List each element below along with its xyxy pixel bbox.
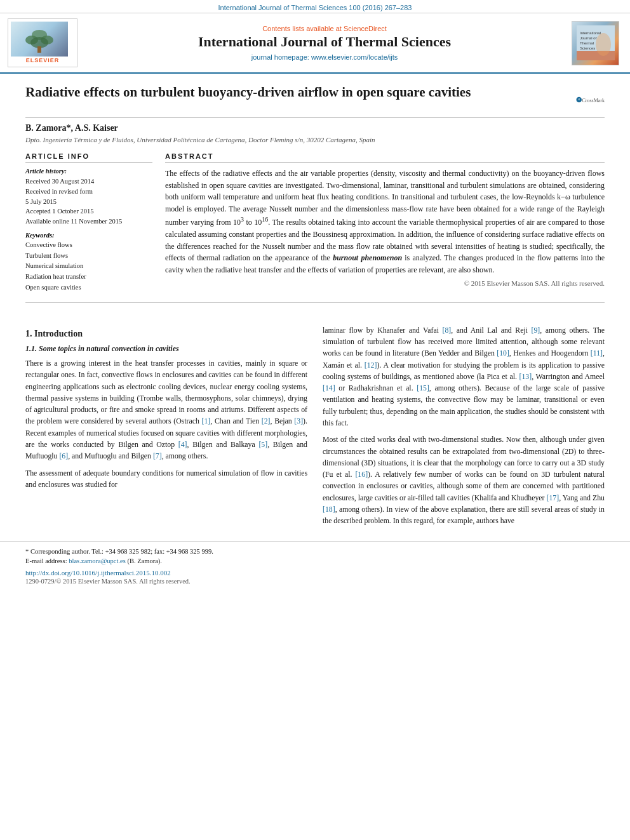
keyword-5: Open square cavities (25, 283, 152, 293)
ref-10[interactable]: [10] (497, 349, 509, 357)
ref-14[interactable]: [14] (323, 383, 335, 392)
journal-cover-image: International Journal of Thermal Science… (572, 21, 619, 65)
footnote-corresponding: * Corresponding author. Tel.: +34 968 32… (25, 547, 605, 557)
section-divider (25, 302, 605, 303)
keywords-label: Keywords: (25, 232, 152, 239)
ref-17[interactable]: [17] (547, 493, 560, 502)
affiliation-line: Dpto. Ingeniería Térmica y de Fluidos, U… (25, 136, 605, 143)
elsevier-brand-text: ELSEVIER (11, 57, 74, 64)
ref-12[interactable]: [12] (365, 361, 377, 370)
science-direct-line: Contents lists available at ScienceDirec… (84, 25, 565, 32)
intro-para2: The assessment of adequate boundary cond… (25, 467, 307, 491)
elsevier-logo-image (11, 22, 68, 57)
svg-rect-10 (577, 51, 615, 60)
elsevier-tree-icon (20, 29, 58, 54)
ref-8[interactable]: [8] (443, 326, 452, 335)
svg-text:Journal of: Journal of (580, 36, 597, 40)
footnote-email: E-mail address: blas.zamora@upct.es (B. … (25, 556, 605, 566)
page-wrapper: International Journal of Thermal Science… (0, 0, 630, 840)
elsevier-logo-left: ELSEVIER (8, 18, 77, 67)
journal-header: ELSEVIER Contents lists available at Sci… (0, 13, 630, 74)
online-date: Available online 11 November 2015 (25, 217, 152, 227)
crossmark-label: CrossMark (582, 98, 605, 103)
right-para1: laminar flow by Khanafer and Vafai [8], … (323, 324, 605, 429)
svg-text:CrossMark: CrossMark (577, 102, 581, 103)
journal-logo-right: International Journal of Thermal Science… (572, 21, 622, 65)
ref-16[interactable]: [16] (355, 470, 368, 479)
elsevier-logo-box: ELSEVIER (8, 18, 77, 67)
ref-6[interactable]: [6] (59, 451, 68, 460)
article-title: Radiative effects on turbulent buoyancy-… (25, 84, 570, 101)
journal-citation: International Journal of Thermal Science… (218, 4, 412, 11)
body-right-column: laminar flow by Khanafer and Vafai [8], … (323, 324, 605, 532)
revised-label: Received in revised form (25, 187, 152, 197)
article-title-section: Radiative effects on turbulent buoyancy-… (25, 84, 605, 118)
accepted-date: Accepted 1 October 2015 (25, 206, 152, 217)
body-text-section: 1. Introduction 1.1. Some topics in natu… (0, 324, 630, 532)
article-history-label: Article history: (25, 168, 152, 175)
journal-center-header: Contents lists available at ScienceDirec… (77, 25, 572, 60)
svg-text:International: International (580, 31, 601, 35)
abstract-column: ABSTRACT The effects of the radiative ef… (165, 152, 605, 293)
abstract-heading: ABSTRACT (165, 152, 605, 163)
svg-text:Thermal: Thermal (580, 41, 594, 45)
svg-text:Sciences: Sciences (580, 46, 595, 50)
journal-cover-icon: International Journal of Thermal Science… (577, 25, 615, 60)
intro-para1: There is a growing interest in the heat … (25, 357, 307, 462)
crossmark-icon: ✕ CrossMark (576, 87, 582, 112)
intro-heading: 1. Introduction (25, 327, 307, 341)
article-info-abstract-section: ARTICLE INFO Article history: Received 3… (25, 152, 605, 293)
journal-homepage-url[interactable]: www.elsevier.com/locate/ijts (311, 53, 398, 61)
ref-5[interactable]: [5] (258, 440, 267, 449)
revised-date: 5 July 2015 (25, 197, 152, 207)
body-left-column: 1. Introduction 1.1. Some topics in natu… (25, 324, 307, 532)
article-info-column: ARTICLE INFO Article history: Received 3… (25, 152, 152, 293)
journal-title: International Journal of Thermal Science… (84, 34, 565, 50)
keywords-list: Convective flows Turbulent flows Numeric… (25, 240, 152, 293)
copyright-line: © 2015 Elsevier Masson SAS. All rights r… (165, 279, 605, 287)
issn-line: 1290-0729/© 2015 Elsevier Masson SAS. Al… (25, 578, 605, 585)
crossmark-badge: ✕ CrossMark CrossMark (576, 87, 605, 112)
ref-1[interactable]: [1] (202, 417, 211, 425)
ref-2[interactable]: [2] (262, 417, 271, 425)
keyword-1: Convective flows (25, 240, 152, 251)
ref-18[interactable]: [18] (323, 505, 335, 514)
science-direct-link-text[interactable]: ScienceDirect (344, 25, 387, 32)
abstract-text: The effects of the radiative effects and… (165, 168, 605, 276)
footer-section: * Corresponding author. Tel.: +34 968 32… (0, 541, 630, 589)
authors-line: B. Zamora*, A.S. Kaiser (25, 123, 605, 133)
ref-3[interactable]: [3] (294, 417, 303, 425)
ref-9[interactable]: [9] (532, 326, 540, 335)
keyword-2: Turbulent flows (25, 251, 152, 262)
journal-homepage: journal homepage: www.elsevier.com/locat… (84, 53, 565, 61)
ref-15[interactable]: [15] (417, 383, 429, 392)
right-para2: Most of the cited works deal with two-di… (323, 434, 605, 526)
email-link[interactable]: blas.zamora@upct.es (69, 557, 126, 564)
intro-subheading: 1.1. Some topics in natural convection i… (25, 343, 307, 355)
ref-13[interactable]: [13] (519, 372, 532, 381)
article-info-heading: ARTICLE INFO (25, 152, 152, 163)
svg-point-11 (596, 33, 611, 56)
journal-citation-bar: International Journal of Thermal Science… (0, 0, 630, 13)
keyword-4: Radiation heat transfer (25, 272, 152, 283)
ref-7[interactable]: [7] (153, 451, 162, 460)
doi-link[interactable]: http://dx.doi.org/10.1016/j.ijthermalsci… (25, 569, 605, 577)
keyword-3: Numerical simulation (25, 261, 152, 272)
svg-rect-4 (37, 46, 41, 53)
received-date: Received 30 August 2014 (25, 177, 152, 187)
article-content: Radiative effects on turbulent buoyancy-… (0, 74, 630, 324)
ref-4[interactable]: [4] (178, 440, 187, 449)
ref-11[interactable]: [11] (591, 349, 603, 357)
